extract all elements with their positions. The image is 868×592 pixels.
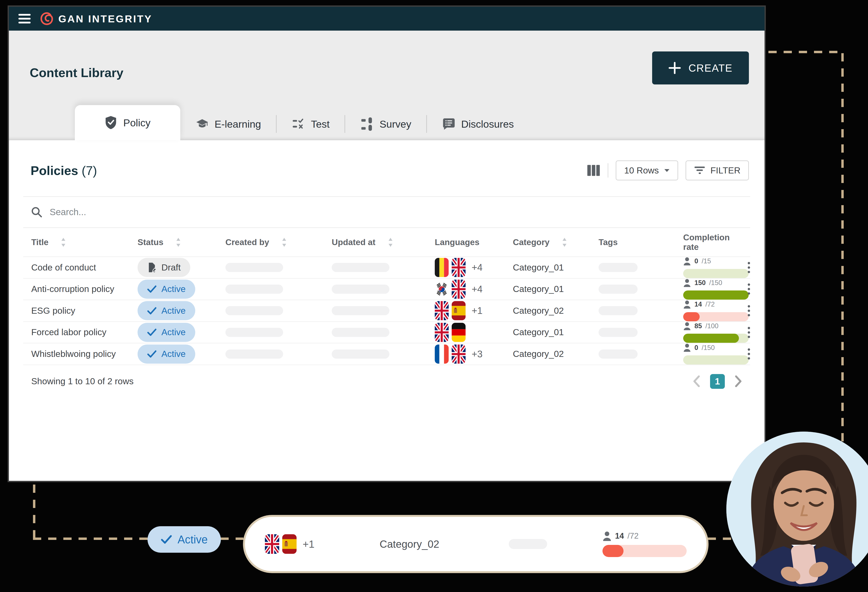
status-icon — [147, 285, 156, 293]
completion-done: 14 — [694, 300, 702, 308]
search-input[interactable] — [49, 207, 354, 218]
table-title: Policies (7) — [31, 163, 97, 178]
row-menu-icon[interactable] — [748, 327, 750, 338]
decor-dash-left — [33, 484, 35, 539]
pagination-summary: Showing 1 to 10 of 2 rows — [31, 376, 134, 386]
column-header-created-by[interactable]: Created by — [226, 237, 332, 247]
completion-count: 150/150 — [683, 279, 738, 287]
table-controls: 10 Rows FILTER — [587, 160, 749, 181]
created-by-placeholder — [226, 349, 283, 359]
flag-gb-icon — [452, 345, 466, 364]
category-cell: Category_01 — [513, 262, 599, 273]
sort-icon[interactable] — [562, 237, 567, 247]
app-window: GAN INTEGRITY Content Library CREATE Pol… — [7, 6, 766, 482]
sort-icon[interactable] — [176, 237, 181, 247]
table-row[interactable]: Code of conduct Draft +4 Category_01 0/1… — [23, 257, 750, 279]
person-icon — [683, 257, 691, 265]
flag-es-icon — [282, 534, 297, 554]
column-header-languages: Languages — [435, 237, 513, 247]
active-callout-label: Active — [178, 533, 208, 546]
flag-be-icon — [435, 258, 449, 277]
divider — [608, 163, 608, 178]
check-icon — [161, 535, 172, 544]
columns-icon[interactable] — [587, 164, 600, 176]
table-row[interactable]: ESG policy Active +1 Category_02 14/72 — [23, 300, 750, 322]
menu-icon[interactable] — [18, 14, 31, 24]
brand-name: GAN INTEGRITY — [58, 13, 152, 25]
rows-per-page-dropdown[interactable]: 10 Rows — [616, 160, 678, 181]
tab-policy[interactable]: Policy — [75, 105, 180, 140]
filter-button-label: FILTER — [710, 166, 740, 176]
tab-survey[interactable]: Survey — [345, 108, 427, 140]
chevron-left-icon[interactable] — [693, 375, 700, 388]
tab-label: Survey — [379, 118, 411, 130]
create-button[interactable]: CREATE — [652, 52, 749, 84]
row-title: Anti-corruption policy — [31, 284, 137, 294]
tabs: Policy E-learning Test Survey Disclosure… — [75, 105, 530, 140]
languages-cell: +4 — [435, 280, 513, 299]
table-title-count: (7) — [81, 163, 97, 178]
completion-total: /15 — [701, 257, 711, 265]
status-label: Active — [161, 284, 186, 294]
page-button[interactable]: 1 — [710, 374, 725, 389]
completion-count: 85/100 — [683, 322, 738, 330]
row-menu-icon[interactable] — [748, 305, 750, 317]
table-row[interactable]: Forced labor policy Active Category_01 8… — [23, 322, 750, 343]
create-button-label: CREATE — [688, 62, 732, 74]
card-completion: 14/72 — [602, 531, 686, 557]
row-menu-icon[interactable] — [748, 283, 750, 295]
category-cell: Category_01 — [513, 284, 599, 294]
languages-cell: +1 — [435, 301, 513, 320]
pagination: 1 — [693, 374, 742, 389]
column-header-status[interactable]: Status — [137, 237, 226, 247]
sort-icon[interactable] — [61, 237, 66, 247]
status-badge: Active — [137, 323, 195, 342]
table-row[interactable]: Whistleblwoing policy Active +3 Category… — [23, 343, 750, 365]
created-by-placeholder — [226, 328, 283, 337]
progress-bar — [683, 334, 749, 343]
sort-icon[interactable] — [282, 237, 286, 247]
more-languages: +1 — [303, 538, 314, 550]
row-title: Whistleblwoing policy — [31, 349, 137, 359]
completion-total: /150 — [709, 279, 722, 287]
person-icon — [683, 279, 691, 287]
progress-fill — [683, 312, 700, 321]
column-header-category[interactable]: Category — [513, 237, 599, 247]
column-label: Completion rate — [683, 233, 738, 252]
tab-test[interactable]: Test — [277, 108, 345, 140]
status-icon — [147, 350, 156, 358]
more-languages: +3 — [472, 349, 483, 360]
column-header-updated-at[interactable]: Updated at — [332, 237, 435, 247]
column-label: Created by — [226, 237, 269, 247]
status-badge: Draft — [137, 258, 190, 277]
completion-done: 85 — [694, 322, 702, 330]
card-completion-done: 14 — [615, 531, 624, 540]
completion-count: 0/150 — [683, 343, 738, 352]
status-label: Draft — [161, 262, 181, 273]
progress-fill — [683, 290, 749, 300]
person-icon — [683, 343, 691, 352]
column-header-title[interactable]: Title — [31, 237, 137, 247]
status-icon — [147, 262, 156, 273]
card-tags-placeholder — [509, 539, 547, 549]
table-row[interactable]: Anti-corruption policy Active +4 Categor… — [23, 279, 750, 300]
tab-e-learning[interactable]: E-learning — [180, 108, 277, 140]
row-menu-icon[interactable] — [748, 262, 750, 273]
filter-icon — [694, 166, 705, 175]
decor-dash-mid — [220, 537, 244, 540]
row-title: Code of conduct — [31, 262, 137, 273]
tab-label: Disclosures — [461, 118, 514, 130]
status-label: Active — [161, 349, 186, 359]
completion-cell: 150/150 — [673, 279, 738, 300]
filter-button[interactable]: FILTER — [686, 160, 749, 181]
tab-disclosures[interactable]: Disclosures — [427, 108, 530, 140]
progress-bar — [683, 290, 749, 300]
row-menu-icon[interactable] — [748, 348, 750, 360]
row-title: ESG policy — [31, 306, 137, 316]
category-cell: Category_01 — [513, 327, 599, 337]
column-label: Updated at — [332, 237, 375, 247]
status-badge: Active — [137, 280, 195, 299]
flag-gb-icon — [265, 534, 279, 554]
sort-icon[interactable] — [388, 237, 393, 247]
chevron-right-icon[interactable] — [735, 375, 742, 388]
